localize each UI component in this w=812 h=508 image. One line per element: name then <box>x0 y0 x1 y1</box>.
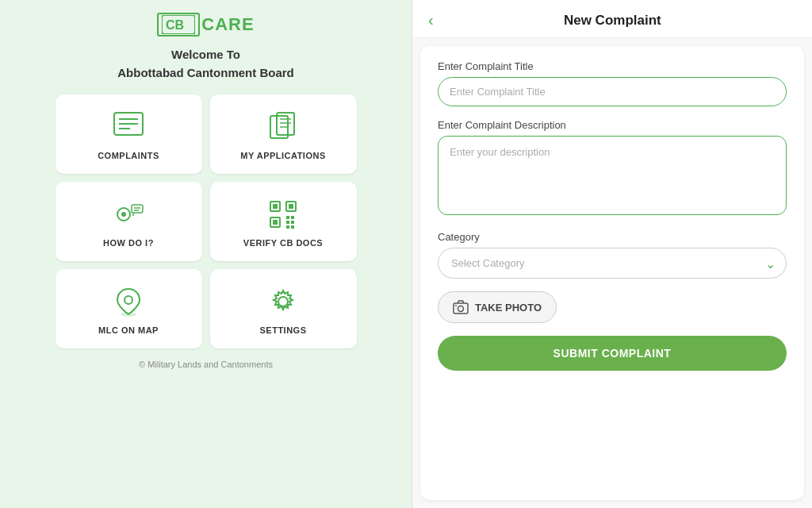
grid-item-mlc-on-map[interactable]: MLC ON MAP <box>56 269 202 348</box>
howdoi-icon <box>111 198 146 230</box>
title-group: Enter Complaint Title <box>438 60 787 106</box>
grid-item-how-do-i[interactable]: HOW DO I? <box>56 182 202 261</box>
svg-point-33 <box>458 306 464 312</box>
footer-text: © Military Lands and Cantonments <box>139 360 273 369</box>
svg-rect-20 <box>289 204 293 209</box>
applications-label: MY APPLICATIONS <box>240 151 326 160</box>
complaints-label: COMPLAINTS <box>98 151 159 160</box>
svg-rect-27 <box>286 225 289 229</box>
applications-icon <box>266 111 301 143</box>
submit-label: SUBMIT COMPLAINT <box>553 347 672 360</box>
map-icon <box>111 286 146 318</box>
svg-rect-13 <box>132 205 143 213</box>
svg-rect-18 <box>273 204 278 209</box>
category-select[interactable]: Select Category Infrastructure Water Sup… <box>438 248 787 279</box>
take-photo-button[interactable]: TAKE PHOTO <box>438 291 557 323</box>
back-button[interactable]: ‹ <box>428 11 434 29</box>
category-select-wrapper: Select Category Infrastructure Water Sup… <box>438 248 787 279</box>
complaints-icon <box>111 111 146 143</box>
svg-rect-28 <box>291 225 294 229</box>
svg-rect-22 <box>273 220 278 225</box>
right-panel-title: New Complaint <box>445 13 780 29</box>
svg-point-30 <box>124 296 132 304</box>
logo-cb-box: CB <box>157 13 200 37</box>
title-label: Enter Complaint Title <box>438 60 787 72</box>
title-input[interactable] <box>438 77 787 106</box>
settings-label: SETTINGS <box>259 325 306 335</box>
right-panel: ‹ New Complaint Enter Complaint Title En… <box>412 0 812 508</box>
photo-group: TAKE PHOTO <box>438 291 787 323</box>
camera-icon <box>453 300 469 314</box>
app-container: CB CARE Welcome To Abbottabad Cantonment… <box>0 0 812 508</box>
mlconmap-label: MLC ON MAP <box>98 325 159 335</box>
submit-complaint-button[interactable]: SUBMIT COMPLAINT <box>438 336 787 371</box>
logo-svg: CB <box>162 15 195 34</box>
svg-text:CB: CB <box>166 18 184 32</box>
svg-point-34 <box>455 305 457 306</box>
description-label: Enter Complaint Description <box>438 119 787 131</box>
grid-item-complaints[interactable]: COMPLAINTS <box>56 94 202 174</box>
category-label: Category <box>438 231 787 243</box>
verifydocs-label: VERIFY CB DOCS <box>243 238 323 248</box>
grid-item-my-applications[interactable]: MY APPLICATIONS <box>210 94 357 174</box>
logo-area: CB CARE <box>157 13 254 37</box>
welcome-text: Welcome To Abbottabad Cantonment Board <box>117 46 294 82</box>
left-panel: CB CARE Welcome To Abbottabad Cantonment… <box>0 0 412 508</box>
grid-item-settings[interactable]: SETTINGS <box>210 269 357 348</box>
description-group: Enter Complaint Description <box>438 119 787 218</box>
svg-rect-25 <box>286 221 289 224</box>
svg-rect-24 <box>291 216 294 219</box>
logo-cb-text: CB <box>162 15 195 34</box>
howdoi-label: HOW DO I? <box>103 238 154 248</box>
description-textarea[interactable] <box>438 136 787 215</box>
main-grid: COMPLAINTS MY APPLICATIONS <box>56 94 357 348</box>
category-group: Category Select Category Infrastructure … <box>438 231 787 279</box>
complaint-form: Enter Complaint Title Enter Complaint De… <box>420 46 804 500</box>
svg-rect-23 <box>286 216 289 219</box>
right-header: ‹ New Complaint <box>412 0 812 38</box>
logo-care-text: CARE <box>201 14 254 35</box>
svg-rect-26 <box>291 221 294 224</box>
settings-icon <box>266 286 301 318</box>
grid-item-verify-cb-docs[interactable]: VERIFY CB DOCS <box>210 182 357 261</box>
svg-point-12 <box>121 212 126 217</box>
svg-point-31 <box>278 297 288 306</box>
take-photo-label: TAKE PHOTO <box>475 302 542 314</box>
verifydocs-icon <box>266 198 301 230</box>
